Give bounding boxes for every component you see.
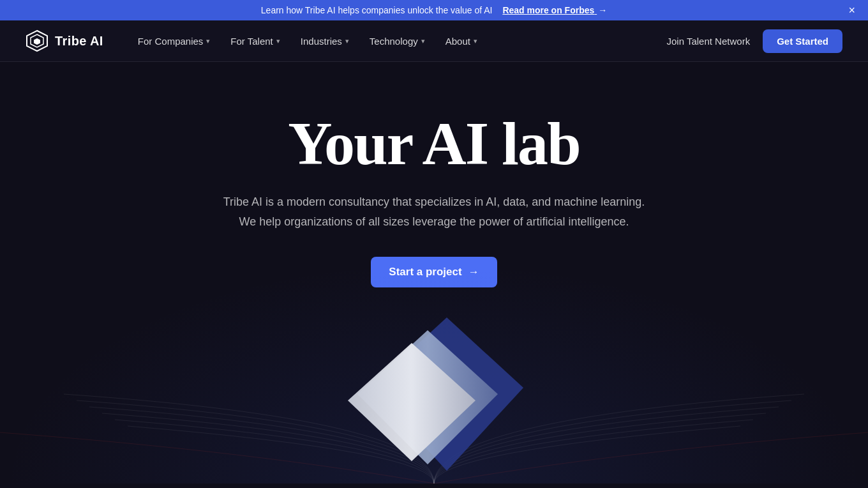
- nav-item-about[interactable]: About ▾: [437, 31, 486, 52]
- logo-link[interactable]: Tribe AI: [26, 29, 103, 52]
- chevron-down-icon: ▾: [206, 37, 210, 45]
- nav-item-for-companies[interactable]: For Companies ▾: [129, 31, 220, 52]
- chevron-down-icon: ▾: [345, 37, 349, 45]
- join-talent-link[interactable]: Join Talent Network: [667, 36, 751, 47]
- hero-title: Your AI lab: [288, 113, 580, 174]
- crystal-illustration: [300, 305, 568, 484]
- nav-item-for-talent[interactable]: For Talent ▾: [221, 31, 288, 52]
- start-project-button[interactable]: Start a project →: [371, 257, 497, 287]
- banner-text-prefix: Learn how Tribe AI helps companies unloc…: [261, 5, 493, 15]
- navbar: Tribe AI For Companies ▾ For Talent ▾ In…: [0, 20, 868, 62]
- banner-arrow-icon: →: [598, 5, 607, 15]
- chevron-down-icon: ▾: [421, 37, 425, 45]
- arrow-right-icon: →: [468, 266, 479, 278]
- hero-subtitle: Tribe AI is a modern consultancy that sp…: [223, 192, 645, 231]
- chevron-down-icon: ▾: [474, 37, 477, 45]
- nav-item-technology[interactable]: Technology ▾: [361, 31, 434, 52]
- get-started-button[interactable]: Get Started: [763, 29, 842, 53]
- svg-marker-2: [34, 38, 40, 45]
- banner-close-button[interactable]: ×: [848, 4, 855, 16]
- banner-link[interactable]: Read more on Forbes →: [502, 5, 607, 15]
- nav-links: For Companies ▾ For Talent ▾ Industries …: [129, 31, 667, 52]
- nav-item-industries[interactable]: Industries ▾: [292, 31, 358, 52]
- logo-text: Tribe AI: [55, 34, 103, 49]
- announcement-banner: Learn how Tribe AI helps companies unloc…: [0, 0, 868, 20]
- logo-icon: [26, 29, 49, 52]
- hero-section: Your AI lab Tribe AI is a modern consult…: [0, 62, 868, 484]
- nav-right: Join Talent Network Get Started: [667, 29, 842, 53]
- chevron-down-icon: ▾: [276, 37, 280, 45]
